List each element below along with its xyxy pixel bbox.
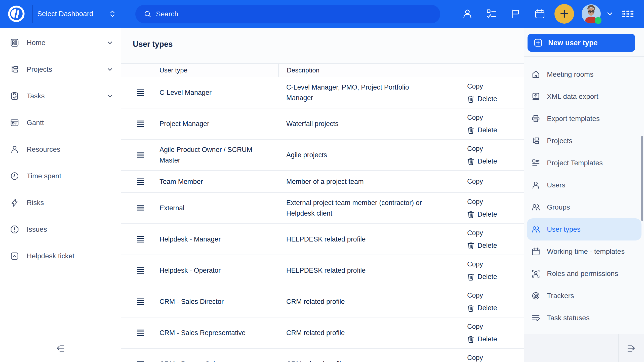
delete-button[interactable]: Delete [467,240,524,251]
profile-button[interactable] [461,8,473,20]
apps-menu-button[interactable] [622,10,634,18]
drag-handle-icon[interactable] [137,89,144,96]
sidebar-item-resources[interactable]: Resources [0,136,121,163]
drag-handle-icon[interactable] [137,298,144,305]
row-drag-cell [121,236,159,243]
drag-handle-icon[interactable] [137,330,144,336]
sidebar-item-home[interactable]: Home [0,29,121,56]
calendar-button[interactable] [534,8,546,20]
admin-right-panel: New user type Meeting rooms XML data exp… [524,28,644,362]
project-tree-icon [531,136,540,145]
delete-label: Delete [477,242,497,250]
table-header-row: User type Description [121,63,524,77]
row-actions: Copy Delete [458,81,524,104]
panel-item-task-statuses[interactable]: Task statuses [527,307,641,329]
quick-add-button[interactable] [554,4,574,24]
panel-item-trackers[interactable]: Trackers [527,285,641,307]
drag-handle-icon[interactable] [137,361,144,362]
chevron-down-icon [606,10,613,17]
house-icon [531,70,540,79]
panel-item-groups[interactable]: Groups [527,196,641,218]
panel-item-meeting-rooms[interactable]: Meeting rooms [527,63,641,86]
panel-item-working-time-templates[interactable]: Working time - templates [527,240,641,263]
description-cell: HELPDESK related profile [278,234,458,245]
sidebar-item-label: Helpdesk ticket [27,252,113,260]
copy-button[interactable]: Copy [467,321,524,332]
delete-button[interactable]: Delete [467,125,524,136]
drag-handle-icon[interactable] [137,120,144,127]
clipboard-check-icon [10,92,19,101]
panel-item-xml-data-export[interactable]: XML data export [527,86,641,108]
apps-grid-icon [622,10,634,18]
copy-label: Copy [467,114,483,122]
row-drag-cell [121,89,159,96]
sidebar-item-issues[interactable]: Issues [0,216,121,243]
copy-label: Copy [467,198,483,206]
collapse-panel-button[interactable] [619,334,644,362]
copy-button[interactable]: Copy [467,259,524,270]
table-row: CRM - Partner Sales CRM related profile … [121,349,524,362]
row-actions: Copy Delete [458,143,524,167]
drag-handle-icon[interactable] [137,267,144,274]
drag-handle-icon[interactable] [137,152,144,158]
copy-button[interactable]: Copy [467,112,524,123]
panel-item-label: Project Templates [547,159,603,167]
delete-label: Delete [477,157,497,165]
drag-handle-icon[interactable] [137,178,144,185]
user-type-cell: Agile Product Owner / SCRUM Master [159,144,278,166]
sidebar-item-projects[interactable]: Projects [0,56,121,83]
trash-icon [467,273,474,281]
column-header-description[interactable]: Description [278,64,458,77]
user-type-cell: Helpdesk - Manager [159,234,278,245]
panel-item-project-templates[interactable]: Project Templates [527,152,641,174]
delete-button[interactable]: Delete [467,93,524,104]
panel-item-roles-and-permissions[interactable]: Roles and permissions [527,263,641,285]
copy-button[interactable]: Copy [467,290,524,301]
description-cell: CRM related profile [278,296,458,307]
copy-button[interactable]: Copy [467,176,524,187]
delete-button[interactable]: Delete [467,209,524,220]
milestones-button[interactable] [510,8,522,20]
left-nav-list: Home Projects Tasks Gantt Resources Time… [0,28,121,269]
avatar-menu-chevron[interactable] [606,10,613,17]
copy-button[interactable]: Copy [467,196,524,207]
user-avatar[interactable] [582,4,601,23]
sidebar-item-tasks[interactable]: Tasks [0,83,121,109]
search-input[interactable] [156,10,408,18]
panel-item-export-templates[interactable]: Export templates [527,108,641,130]
dashboard-select[interactable]: Select Dashboard [37,0,116,28]
new-user-type-label: New user type [548,39,598,47]
sidebar-item-gantt[interactable]: Gantt [0,109,121,136]
drag-handle-icon[interactable] [137,236,144,243]
panel-scrollbar[interactable] [641,136,643,221]
sidebar-item-label: Home [27,39,107,47]
user-type-cell: Project Manager [159,118,278,129]
row-drag-cell [121,205,159,211]
copy-button[interactable]: Copy [467,227,524,238]
delete-button[interactable]: Delete [467,271,524,282]
delete-button[interactable]: Delete [467,302,524,313]
panel-item-projects[interactable]: Projects [527,130,641,152]
search-icon [143,10,152,18]
easy-project-logo-icon[interactable] [7,4,26,24]
drag-handle-icon[interactable] [137,205,144,211]
panel-item-users[interactable]: Users [527,174,641,196]
panel-item-user-types[interactable]: User types [527,218,641,240]
lightning-icon [10,198,19,207]
column-header-user-type[interactable]: User type [159,66,278,74]
description-cell: Member of a project team [278,176,458,187]
global-search[interactable] [135,5,440,23]
copy-label: Copy [467,145,483,153]
collapse-sidebar-button[interactable] [55,344,65,352]
delete-button[interactable]: Delete [467,334,524,345]
my-tasks-button[interactable] [486,8,498,20]
new-user-type-button[interactable]: New user type [528,34,635,52]
copy-button[interactable]: Copy [467,352,524,362]
sidebar-item-time-spent[interactable]: Time spent [0,163,121,189]
delete-button[interactable]: Delete [467,156,524,167]
sidebar-item-helpdesk-ticket[interactable]: Helpdesk ticket [0,243,121,269]
copy-button[interactable]: Copy [467,81,524,92]
copy-button[interactable]: Copy [467,143,524,154]
sidebar-item-risks[interactable]: Risks [0,189,121,216]
user-type-cell: Team Member [159,176,278,187]
